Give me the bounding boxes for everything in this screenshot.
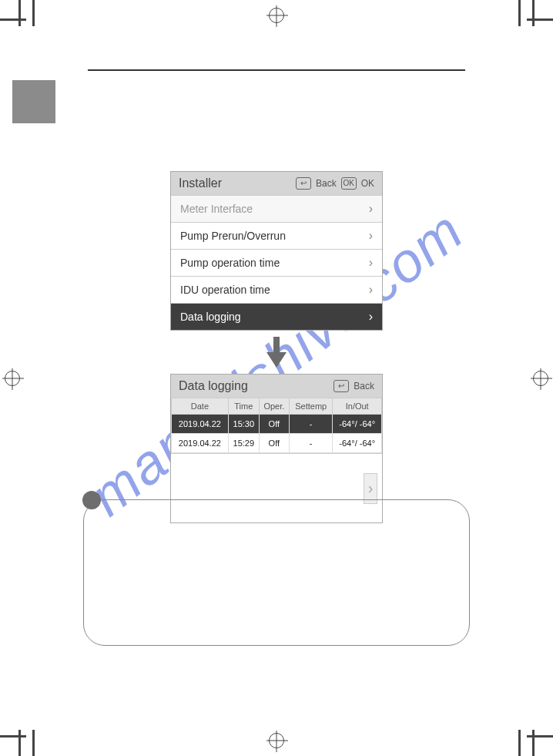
registration-mark-icon	[533, 371, 548, 386]
chevron-right-icon: ›	[369, 283, 373, 297]
table-row[interactable]: 2019.04.22 15:30 Off - -64°/ -64°	[172, 415, 382, 434]
installer-screen: Installer ↩ Back OK OK Meter Interface ›…	[170, 171, 383, 331]
ok-icon[interactable]: OK	[341, 177, 357, 190]
menu-item-pump-operation[interactable]: Pump operation time ›	[171, 249, 382, 276]
menu-item-data-logging[interactable]: Data logging ›	[171, 303, 382, 330]
page-tab	[12, 80, 55, 123]
cell-oper: Off	[259, 434, 289, 453]
logging-title: Data logging	[179, 379, 248, 393]
registration-mark-icon	[269, 733, 284, 748]
table-row[interactable]: 2019.04.22 15:29 Off - -64°/ -64°	[172, 434, 382, 453]
installer-title: Installer	[179, 176, 222, 190]
chevron-right-icon: ›	[369, 229, 373, 243]
cell-time: 15:30	[228, 415, 259, 434]
menu-item-label: IDU operation time	[180, 284, 270, 296]
menu-item-label: Pump Prerun/Overrun	[180, 230, 286, 242]
cell-oper: Off	[259, 415, 289, 434]
col-time: Time	[228, 398, 259, 415]
ok-label: OK	[361, 178, 374, 189]
menu-item-label: Pump operation time	[180, 257, 280, 269]
cell-inout: -64°/ -64°	[333, 415, 382, 434]
screenshots-column: Installer ↩ Back OK OK Meter Interface ›…	[170, 171, 383, 523]
chevron-right-icon: ›	[369, 310, 373, 324]
menu-item-idu-operation[interactable]: IDU operation time ›	[171, 276, 382, 303]
note-box	[83, 499, 470, 646]
chevron-right-icon: ›	[369, 256, 373, 270]
menu-item-pump-prerun[interactable]: Pump Prerun/Overrun ›	[171, 222, 382, 249]
cell-date: 2019.04.22	[172, 434, 229, 453]
menu-item-label: Meter Interface	[180, 203, 253, 215]
registration-mark-icon	[269, 8, 284, 23]
back-label: Back	[316, 178, 337, 189]
cell-inout: -64°/ -64°	[333, 434, 382, 453]
cell-settemp: -	[289, 434, 332, 453]
cell-date: 2019.04.22	[172, 415, 229, 434]
col-date: Date	[172, 398, 229, 415]
chevron-right-icon: ›	[369, 202, 373, 216]
col-oper: Oper.	[259, 398, 289, 415]
back-icon[interactable]: ↩	[333, 380, 349, 392]
log-table: Date Time Oper. Settemp In/Out 2019.04.2…	[171, 398, 382, 453]
cell-time: 15:29	[228, 434, 259, 453]
menu-item-meter-interface[interactable]: Meter Interface ›	[171, 195, 382, 222]
registration-mark-icon	[5, 371, 20, 386]
page-rule	[88, 69, 465, 71]
logging-titlebar: Data logging ↩ Back	[171, 375, 382, 398]
cell-settemp: -	[289, 415, 332, 434]
col-settemp: Settemp	[289, 398, 332, 415]
back-label: Back	[354, 381, 374, 391]
note-bullet-icon	[82, 491, 101, 509]
back-icon[interactable]: ↩	[296, 177, 311, 190]
installer-titlebar: Installer ↩ Back OK OK	[171, 172, 382, 195]
menu-item-label: Data logging	[180, 311, 241, 323]
arrow-down-icon	[170, 337, 383, 368]
col-inout: In/Out	[333, 398, 382, 415]
